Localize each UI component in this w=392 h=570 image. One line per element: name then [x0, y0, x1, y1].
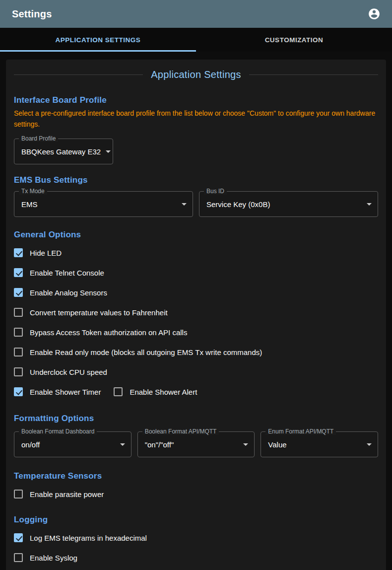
checkbox-row-fahrenheit[interactable]: Convert temperature values to Fahrenheit	[14, 302, 378, 322]
dropdown-arrow-icon	[182, 203, 187, 206]
tab-application-settings[interactable]: APPLICATION SETTINGS	[0, 28, 196, 52]
checkbox-icon[interactable]	[14, 348, 23, 356]
checkbox-label: Enable Analog Sensors	[30, 288, 107, 297]
section-heading-temperature-sensors: Temperature Sensors	[14, 471, 378, 481]
dropdown-arrow-icon	[367, 203, 372, 206]
divider-line	[249, 74, 378, 75]
checkbox-label: Enable Read only mode (blocks all outgoi…	[30, 348, 262, 356]
checkbox-row-parasite-power[interactable]: Enable parasite power	[14, 484, 378, 504]
bus-id-value: Service Key (0x0B)	[206, 200, 362, 209]
checkbox-icon[interactable]	[14, 268, 23, 277]
page-title: Settings	[12, 8, 52, 20]
section-heading-ems-bus: EMS Bus Settings	[14, 175, 378, 185]
checkbox-row-read-only[interactable]: Enable Read only mode (blocks all outgoi…	[14, 342, 378, 362]
boolean-format-api-select[interactable]: Boolean Format API/MQTT "on"/"off"	[137, 431, 255, 457]
checkbox-icon[interactable]	[14, 490, 23, 499]
tx-mode-value: EMS	[21, 200, 177, 209]
section-heading-interface-board: Interface Board Profile	[14, 95, 378, 105]
checkbox-label: Enable Shower Alert	[130, 388, 197, 396]
checkbox-label: Enable parasite power	[30, 490, 104, 499]
checkbox-label: Underclock CPU speed	[30, 368, 107, 376]
divider-line	[14, 74, 143, 75]
board-profile-label: Board Profile	[19, 135, 58, 142]
dropdown-arrow-icon	[367, 443, 372, 446]
section-heading-general-options: General Options	[14, 230, 378, 240]
checkbox-icon[interactable]	[14, 387, 23, 396]
boolean-format-dashboard-value: on/off	[21, 440, 115, 449]
checkbox-label: Hide LED	[30, 249, 62, 257]
account-button[interactable]	[364, 4, 384, 24]
checkbox-row-log-hexadecimal[interactable]: Log EMS telegrams in hexadecimal	[14, 528, 378, 548]
boolean-format-api-value: "on"/"off"	[145, 440, 239, 449]
checkbox-row-underclock-cpu[interactable]: Underclock CPU speed	[14, 362, 378, 382]
checkbox-row-bypass-token[interactable]: Bypass Access Token authorization on API…	[14, 322, 378, 342]
application-settings-panel: Application Settings Interface Board Pro…	[6, 60, 386, 570]
account-circle-icon	[368, 7, 381, 20]
dropdown-arrow-icon	[106, 150, 111, 153]
boolean-format-dashboard-select[interactable]: Boolean Format Dashboard on/off	[14, 431, 131, 457]
bus-id-label: Bus ID	[204, 188, 227, 195]
checkbox-icon[interactable]	[14, 553, 23, 562]
checkbox-row-shower-alert[interactable]: Enable Shower Alert	[114, 382, 197, 402]
app-bar: Settings	[0, 0, 392, 28]
boolean-format-dashboard-label: Boolean Format Dashboard	[19, 428, 97, 435]
interface-board-description: Select a pre-configured interface board …	[14, 108, 376, 130]
checkbox-row-shower-timer[interactable]: Enable Shower Timer	[14, 382, 101, 402]
checkbox-row-telnet-console[interactable]: Enable Telnet Console	[14, 263, 378, 283]
panel-title-text: Application Settings	[151, 69, 241, 80]
checkbox-label: Enable Shower Timer	[30, 388, 101, 396]
panel-title: Application Settings	[14, 68, 378, 81]
enum-format-api-label: Enum Format API/MQTT	[265, 428, 336, 435]
checkbox-icon[interactable]	[14, 533, 23, 542]
tab-customization[interactable]: CUSTOMIZATION	[196, 28, 392, 52]
board-profile-value: BBQKees Gateway E32	[21, 147, 101, 156]
enum-format-api-value: Value	[268, 440, 362, 449]
checkbox-label: Bypass Access Token authorization on API…	[30, 328, 187, 337]
settings-tabs: APPLICATION SETTINGS CUSTOMIZATION	[0, 28, 392, 52]
general-options-list: Hide LED Enable Telnet Console Enable An…	[14, 243, 378, 402]
checkbox-icon[interactable]	[114, 387, 123, 396]
section-heading-logging: Logging	[14, 515, 378, 525]
dropdown-arrow-icon	[243, 443, 248, 446]
dropdown-arrow-icon	[120, 443, 125, 446]
board-profile-select[interactable]: Board Profile BBQKees Gateway E32	[14, 139, 113, 164]
checkbox-label: Log EMS telegrams in hexadecimal	[30, 534, 147, 542]
active-tab-indicator	[0, 50, 196, 52]
boolean-format-api-label: Boolean Format API/MQTT	[142, 428, 219, 435]
bus-id-select[interactable]: Bus ID Service Key (0x0B)	[199, 191, 378, 217]
checkbox-row-enable-syslog[interactable]: Enable Syslog	[14, 548, 378, 568]
checkbox-label: Convert temperature values to Fahrenheit	[30, 308, 168, 317]
tx-mode-select[interactable]: Tx Mode EMS	[14, 191, 193, 217]
tx-mode-label: Tx Mode	[19, 188, 47, 195]
checkbox-label: Enable Syslog	[30, 554, 77, 562]
checkbox-icon[interactable]	[14, 288, 23, 297]
checkbox-row-analog-sensors[interactable]: Enable Analog Sensors	[14, 283, 378, 302]
checkbox-icon[interactable]	[14, 248, 23, 257]
section-heading-formatting-options: Formatting Options	[14, 414, 378, 424]
checkbox-icon[interactable]	[14, 328, 23, 337]
enum-format-api-select[interactable]: Enum Format API/MQTT Value	[261, 431, 378, 457]
checkbox-icon[interactable]	[14, 308, 23, 317]
checkbox-row-hide-led[interactable]: Hide LED	[14, 243, 378, 263]
checkbox-icon[interactable]	[14, 367, 23, 376]
checkbox-label: Enable Telnet Console	[30, 269, 104, 277]
